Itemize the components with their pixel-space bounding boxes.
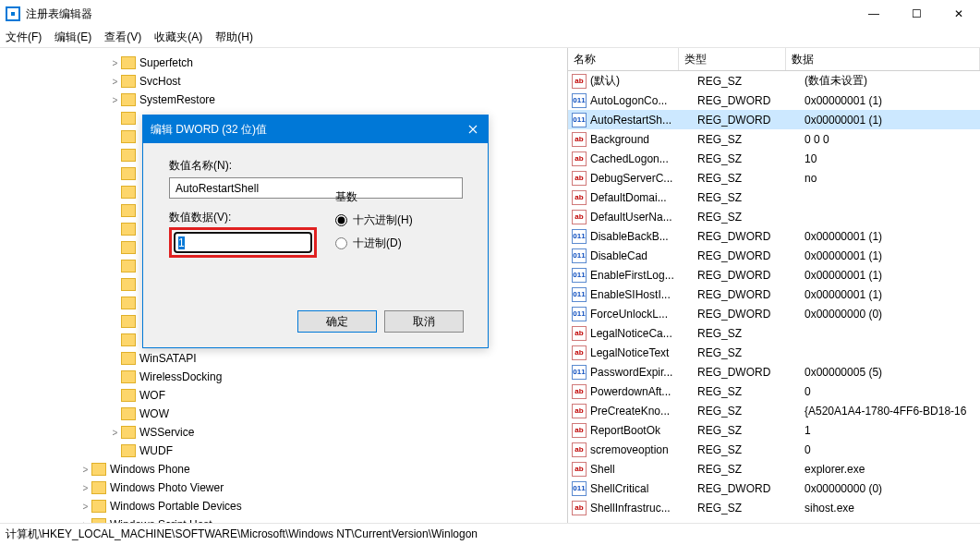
list-row[interactable]: 011AutoLogonCo...REG_DWORD0x00000001 (1)	[568, 91, 980, 110]
cell-name: DebugServerC...	[590, 172, 697, 185]
value-name-input[interactable]	[169, 177, 463, 199]
tree-item[interactable]: WOF	[6, 386, 567, 405]
list-row[interactable]: abLegalNoticeCa...REG_SZ	[568, 323, 980, 343]
window-controls: — ☐ ✕	[853, 0, 980, 28]
cell-name: Background	[590, 133, 697, 146]
folder-icon	[121, 426, 136, 439]
menu-favorites[interactable]: 收藏夹(A)	[154, 30, 202, 45]
tree-item[interactable]: >Windows Phone	[6, 460, 567, 478]
tree-item-label: WirelessDocking	[139, 370, 222, 383]
value-data-label: 数值数据(V):	[169, 210, 317, 225]
list-row[interactable]: abCachedLogon...REG_SZ10	[568, 149, 980, 168]
tree-expander-icon[interactable]: >	[109, 428, 121, 438]
string-value-icon: ab	[572, 384, 587, 399]
tree-item[interactable]: WUDF	[6, 442, 567, 460]
tree-item[interactable]: >Windows Photo Viewer	[6, 478, 567, 497]
list-row[interactable]: abShellInfrastruc...REG_SZsihost.exe	[568, 498, 980, 517]
cell-data: (数值未设置)	[805, 73, 980, 89]
cell-name: scremoveoption	[590, 443, 697, 456]
menu-view[interactable]: 查看(V)	[104, 30, 141, 45]
tree-expander-icon[interactable]: >	[79, 483, 91, 493]
list-row[interactable]: abShellREG_SZexplorer.exe	[568, 459, 980, 478]
tree-item[interactable]: >SvcHost	[6, 72, 567, 91]
list-row[interactable]: abDebugServerC...REG_SZno	[568, 168, 980, 188]
list-row[interactable]: ab(默认)REG_SZ(数值未设置)	[568, 71, 980, 91]
dword-value-icon: 011	[572, 287, 587, 302]
cell-type: REG_SZ	[697, 385, 805, 398]
string-value-icon: ab	[572, 326, 587, 341]
tree-item[interactable]: >Windows Portable Devices	[6, 497, 567, 515]
col-name[interactable]: 名称	[568, 48, 679, 70]
list-row[interactable]: 011ForceUnlockL...REG_DWORD0x00000000 (0…	[568, 304, 980, 323]
radio-dec[interactable]	[335, 237, 347, 249]
app-icon	[6, 6, 20, 21]
folder-icon	[121, 56, 136, 69]
dword-value-icon: 011	[572, 481, 587, 496]
list-row[interactable]: abPowerdownAft...REG_SZ0	[568, 382, 980, 401]
tree-expander-icon[interactable]: >	[79, 465, 91, 475]
list-row[interactable]: 011EnableFirstLog...REG_DWORD0x00000001 …	[568, 265, 980, 285]
menu-file[interactable]: 文件(F)	[6, 30, 42, 45]
tree-expander-icon[interactable]: >	[109, 58, 121, 68]
tree-item[interactable]: WirelessDocking	[6, 368, 567, 386]
value-data-input[interactable]	[174, 232, 312, 253]
list-row[interactable]: 011DisableCadREG_DWORD0x00000001 (1)	[568, 246, 980, 265]
tree-item[interactable]: >Superfetch	[6, 54, 567, 72]
folder-icon	[121, 389, 136, 402]
address-path: 计算机\HKEY_LOCAL_MACHINE\SOFTWARE\Microsof…	[6, 527, 478, 542]
menu-help[interactable]: 帮助(H)	[215, 30, 253, 45]
dword-value-icon: 011	[572, 229, 587, 244]
cell-type: REG_SZ	[697, 172, 805, 185]
dialog-titlebar[interactable]: 编辑 DWORD (32 位)值	[143, 115, 488, 143]
tree-item[interactable]: WOW	[6, 405, 567, 423]
list-row[interactable]: abReportBootOkREG_SZ1	[568, 420, 980, 440]
cell-name: ReportBootOk	[590, 424, 697, 437]
tree-item[interactable]: >WSService	[6, 423, 567, 442]
folder-icon	[121, 370, 136, 383]
string-value-icon: ab	[572, 423, 587, 438]
list-row[interactable]: 011ShellCriticalREG_DWORD0x00000000 (0)	[568, 478, 980, 498]
tree-item[interactable]: >Windows Script Host	[6, 515, 567, 523]
cell-type: REG_DWORD	[697, 366, 805, 379]
list-row[interactable]: 011EnableSIHostI...REG_DWORD0x00000001 (…	[568, 285, 980, 304]
col-type[interactable]: 类型	[679, 48, 786, 70]
cell-data: 1	[805, 424, 980, 437]
minimize-button[interactable]: —	[853, 0, 895, 28]
tree-item-label: WUDF	[139, 444, 173, 457]
folder-icon	[121, 223, 136, 236]
tree-expander-icon[interactable]: >	[79, 502, 91, 512]
cell-name: EnableFirstLog...	[590, 269, 697, 282]
cell-data: 0x00000001 (1)	[805, 288, 980, 301]
close-button[interactable]: ✕	[938, 0, 980, 28]
list-row[interactable]: abDefaultUserNa...REG_SZ	[568, 207, 980, 226]
list-body[interactable]: ab(默认)REG_SZ(数值未设置)011AutoLogonCo...REG_…	[568, 71, 980, 523]
cell-name: PasswordExpir...	[590, 366, 697, 379]
cell-type: REG_SZ	[697, 75, 805, 88]
folder-icon	[121, 93, 136, 106]
cancel-button[interactable]: 取消	[384, 310, 464, 333]
list-row[interactable]: abDefaultDomai...REG_SZ	[568, 188, 980, 207]
folder-icon	[121, 444, 136, 457]
dialog-close-button[interactable]	[464, 120, 482, 139]
menu-edit[interactable]: 编辑(E)	[54, 30, 91, 45]
tree-expander-icon[interactable]: >	[109, 95, 121, 105]
list-row[interactable]: 011AutoRestartSh...REG_DWORD0x00000001 (…	[568, 110, 980, 129]
tree-item[interactable]: WinSATAPI	[6, 349, 567, 368]
radio-hex[interactable]	[335, 214, 347, 226]
tree-item-label: Windows Phone	[110, 463, 190, 476]
tree-item[interactable]: >SystemRestore	[6, 91, 567, 109]
tree-expander-icon[interactable]: >	[109, 77, 121, 87]
maximize-button[interactable]: ☐	[895, 0, 938, 28]
list-row[interactable]: abLegalNoticeTextREG_SZ	[568, 343, 980, 362]
list-row[interactable]: abBackgroundREG_SZ0 0 0	[568, 129, 980, 149]
ok-button[interactable]: 确定	[297, 310, 377, 333]
cell-name: ShellCritical	[590, 482, 697, 495]
list-row[interactable]: abPreCreateKno...REG_SZ{A520A1A4-1780-4F…	[568, 401, 980, 420]
cell-type: REG_DWORD	[697, 482, 805, 495]
cell-name: LegalNoticeText	[590, 346, 697, 359]
cell-data: 0x00000000 (0)	[805, 482, 980, 495]
list-row[interactable]: 011DisableBackB...REG_DWORD0x00000001 (1…	[568, 226, 980, 246]
list-row[interactable]: abscremoveoptionREG_SZ0	[568, 440, 980, 459]
col-data[interactable]: 数据	[786, 48, 980, 70]
list-row[interactable]: 011PasswordExpir...REG_DWORD0x00000005 (…	[568, 362, 980, 382]
